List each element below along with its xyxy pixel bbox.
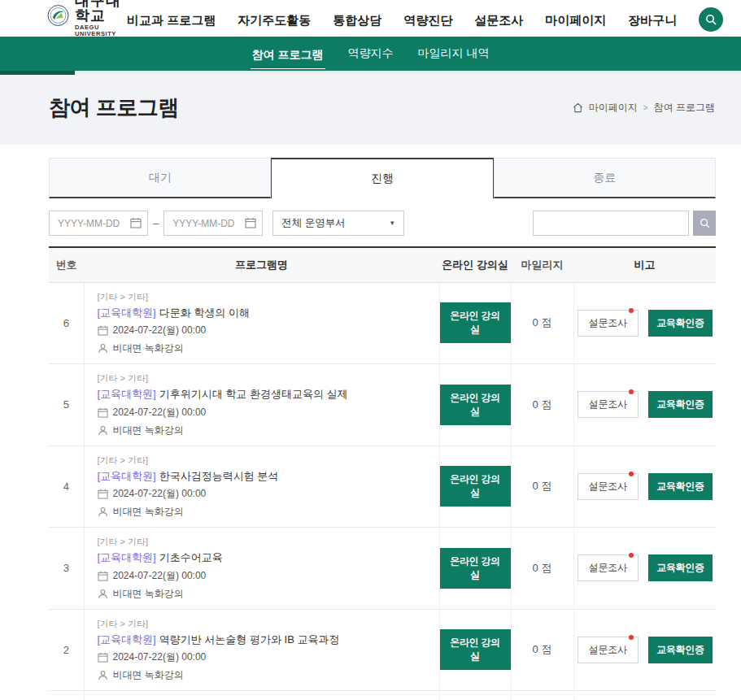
program-title-link[interactable]: 기후위기시대 학교 환경생태교육의 실제 xyxy=(159,388,348,400)
mileage-value: 0 점 xyxy=(511,364,573,446)
table-row: 4 [기타 > 기타] [교육대학원]한국사검정능력시험 분석 2024-07-… xyxy=(49,446,716,528)
row-number: 2 xyxy=(49,609,84,691)
date-range-separator: – xyxy=(153,217,159,229)
topnav-item-survey[interactable]: 설문조사 xyxy=(474,13,523,28)
calendar-icon xyxy=(98,407,108,418)
person-icon xyxy=(98,670,108,680)
program-method: 비대면 녹화강의 xyxy=(113,424,184,437)
program-dept-link[interactable]: [교육대학원] xyxy=(98,551,156,563)
topnav-item-self-directed[interactable]: 자기주도활동 xyxy=(238,13,311,28)
topnav-item-cart[interactable]: 장바구니 xyxy=(628,13,677,28)
program-dept-link[interactable]: [교육대학원] xyxy=(98,633,156,646)
breadcrumb-current[interactable]: 참여 프로그램 xyxy=(654,101,715,115)
logo-english-text: DAEGU UNIVERSITY xyxy=(75,24,127,37)
certificate-button[interactable]: 교육확인증 xyxy=(648,310,713,337)
start-date-field xyxy=(49,211,148,236)
survey-button[interactable]: 설문조사 xyxy=(578,637,639,663)
tab-waiting[interactable]: 대기 xyxy=(49,158,271,198)
program-date: 2024-07-22(월) 00:00 xyxy=(113,650,207,664)
search-icon xyxy=(705,14,717,25)
survey-button[interactable]: 설문조사 xyxy=(578,473,639,500)
chevron-down-icon: ▼ xyxy=(389,220,395,227)
program-title-link[interactable]: 다문화 학생의 이해 xyxy=(159,307,250,319)
notification-dot-icon xyxy=(629,308,634,313)
person-icon xyxy=(98,425,108,436)
topnav-item-counseling[interactable]: 통합상담 xyxy=(333,13,381,28)
tab-ended[interactable]: 종료 xyxy=(494,158,716,198)
program-dept-link[interactable]: [교육대학원] xyxy=(98,470,156,482)
certificate-button[interactable]: 교육확인증 xyxy=(648,391,713,418)
certificate-button[interactable]: 교육확인증 xyxy=(648,554,713,581)
header-online-classroom: 온라인 강의실 xyxy=(439,247,511,282)
row-number: 6 xyxy=(49,282,84,364)
home-icon[interactable] xyxy=(573,102,583,113)
program-date: 2024-07-22(월) 00:00 xyxy=(113,569,207,583)
calendar-icon xyxy=(98,652,108,663)
mileage-value: 0 점 xyxy=(511,282,573,364)
subnav-item-competency-index[interactable]: 역량지수 xyxy=(347,43,395,64)
header-program-name: 프로그램명 xyxy=(84,247,439,282)
table-search-button[interactable] xyxy=(693,211,716,236)
program-title-link[interactable]: 기초수어교육 xyxy=(159,551,223,563)
end-date-input[interactable] xyxy=(163,211,263,236)
header-search-button[interactable] xyxy=(699,7,723,32)
subnav-item-participation-programs[interactable]: 참여 프로그램 xyxy=(251,45,325,69)
program-title-link[interactable]: 역량기반 서논술형 평가와 IB 교육과정 xyxy=(159,633,340,646)
row-number: 1 xyxy=(49,691,84,700)
topnav-item-programs[interactable]: 비교과 프로그램 xyxy=(127,13,216,28)
end-date-field xyxy=(163,211,263,236)
program-method: 비대면 녹화강의 xyxy=(113,668,184,682)
certificate-button[interactable]: 교육확인증 xyxy=(648,473,713,500)
notification-dot-icon xyxy=(629,635,634,640)
survey-button[interactable]: 설문조사 xyxy=(578,310,639,337)
program-date: 2024-07-22(월) 00:00 xyxy=(113,487,207,501)
program-date: 2024-07-22(월) 00:00 xyxy=(113,324,207,337)
topnav-item-competency[interactable]: 역량진단 xyxy=(403,13,452,28)
program-method: 비대면 녹화강의 xyxy=(113,587,184,601)
online-classroom-button[interactable]: 온라인 강의실 xyxy=(440,385,511,425)
survey-button[interactable]: 설문조사 xyxy=(578,391,639,418)
table-row: 2 [기타 > 기타] [교육대학원]역량기반 서논술형 평가와 IB 교육과정… xyxy=(49,609,716,691)
university-logo[interactable]: 대구대학교 DAEGU UNIVERSITY xyxy=(47,0,127,37)
online-classroom-button[interactable]: 온라인 강의실 xyxy=(440,302,511,343)
table-row: 5 [기타 > 기타] [교육대학원]기후위기시대 학교 환경생태교육의 실제 … xyxy=(49,364,716,446)
program-dept-link[interactable]: [교육대학원] xyxy=(98,388,156,400)
breadcrumb-separator: > xyxy=(643,103,648,112)
online-classroom-button[interactable]: 온라인 강의실 xyxy=(440,548,511,589)
search-icon xyxy=(700,218,710,228)
breadcrumb-mypage[interactable]: 마이페이지 xyxy=(589,101,638,115)
program-title-link[interactable]: 한국사검정능력시험 분석 xyxy=(159,470,279,482)
department-select[interactable]: 전체 운영부서 ▼ xyxy=(272,211,404,236)
mileage-value: 0 점 xyxy=(511,609,573,691)
top-navigation: 비교과 프로그램 자기주도활동 통합상담 역량진단 설문조사 마이페이지 장바구… xyxy=(127,9,741,32)
calendar-icon xyxy=(98,325,108,336)
table-header-row: 번호 프로그램명 온라인 강의실 마일리지 비고 xyxy=(49,247,716,282)
certificate-button[interactable]: 교육확인증 xyxy=(648,637,713,663)
person-icon xyxy=(98,507,108,517)
header-note: 비고 xyxy=(573,247,716,282)
filter-bar: – 전체 운영부서 ▼ xyxy=(49,211,716,236)
sub-navigation-bar: 참여 프로그램 역량지수 마일리지 내역 xyxy=(0,37,741,71)
page-title: 참여 프로그램 xyxy=(49,93,179,122)
start-date-input[interactable] xyxy=(49,211,148,236)
subnav-item-mileage-history[interactable]: 마일리지 내역 xyxy=(416,43,491,64)
online-classroom-button[interactable]: 온라인 강의실 xyxy=(440,629,511,670)
tab-ongoing[interactable]: 진행 xyxy=(271,158,493,198)
program-category: [기타 > 기타] xyxy=(98,291,426,303)
program-date: 2024-07-22(월) 00:00 xyxy=(113,406,207,420)
online-classroom-button[interactable]: 온라인 강의실 xyxy=(440,466,511,507)
program-method: 비대면 녹화강의 xyxy=(113,505,184,519)
logo-korean-text: 대구대학교 xyxy=(75,0,127,23)
breadcrumb: 마이페이지 > 참여 프로그램 xyxy=(573,101,715,115)
survey-button[interactable]: 설문조사 xyxy=(578,554,639,581)
topnav-item-mypage[interactable]: 마이페이지 xyxy=(545,13,606,28)
row-number: 3 xyxy=(49,528,84,610)
table-body: 6 [기타 > 기타] [교육대학원]다문화 학생의 이해 2024-07-22… xyxy=(49,282,716,700)
program-dept-link[interactable]: [교육대학원] xyxy=(98,307,156,319)
table-row: 6 [기타 > 기타] [교육대학원]다문화 학생의 이해 2024-07-22… xyxy=(49,282,716,364)
table-row: 1 [기타 > 기타] [교육대학원]AI DT(디지털교과서)의 개발 현황과… xyxy=(49,691,716,700)
program-category: [기타 > 기타] xyxy=(98,372,426,385)
mileage-value: 0 점 xyxy=(511,691,573,700)
header-mileage: 마일리지 xyxy=(511,247,573,282)
keyword-search-input[interactable] xyxy=(533,211,689,236)
